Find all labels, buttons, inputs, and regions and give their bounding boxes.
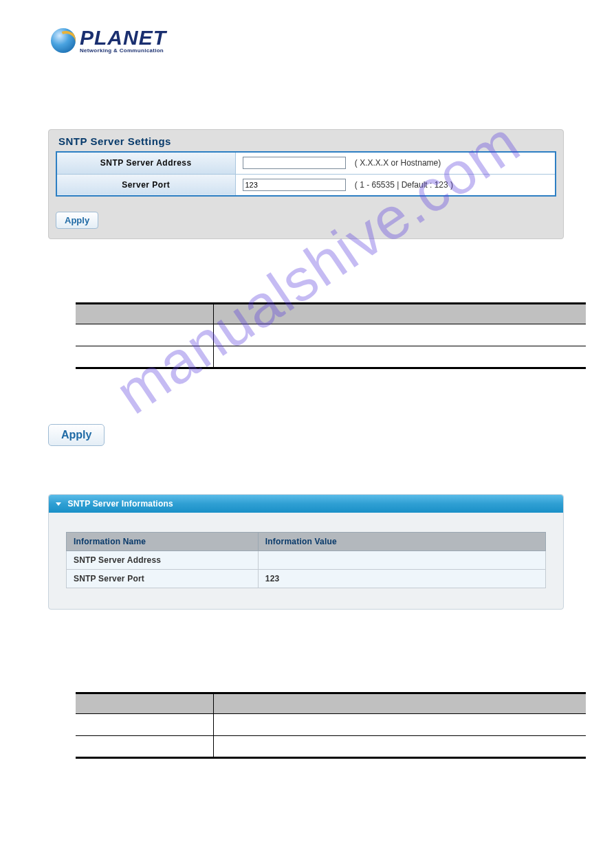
info-cell-port-name: SNTP Server Port (67, 570, 259, 588)
row-sntp-address: SNTP Server Address ( X.X.X.X or Hostnam… (56, 152, 556, 174)
doc-table-2-r1c1 (76, 714, 213, 736)
info-panel-title: SNTP Server Informations (68, 499, 173, 509)
doc-table-1 (76, 302, 586, 369)
row-server-port: Server Port ( 1 - 65535 | Default : 123 … (56, 174, 556, 196)
settings-table: SNTP Server Address ( X.X.X.X or Hostnam… (56, 151, 556, 197)
sntp-address-input[interactable] (243, 157, 346, 169)
label-server-port: Server Port (56, 174, 235, 196)
doc-table-2-r2c1 (76, 736, 213, 758)
doc-table-1-r1c1 (76, 324, 213, 346)
info-cell-port-value: 123 (258, 570, 545, 588)
doc-table-1-r1c2 (213, 324, 586, 346)
info-row-port: SNTP Server Port 123 (67, 570, 546, 588)
sntp-info-panel: SNTP Server Informations Information Nam… (48, 494, 564, 610)
value-cell-server-port: ( 1 - 65535 | Default : 123 ) (235, 174, 556, 196)
doc-table-1-r2c2 (213, 346, 586, 368)
settings-title: SNTP Server Settings (49, 130, 563, 151)
logo-brand: PLANET (80, 27, 166, 48)
server-port-input[interactable] (243, 179, 346, 191)
apply-button-2[interactable]: Apply (48, 424, 105, 446)
info-cell-address-name: SNTP Server Address (67, 551, 259, 570)
doc-table-2 (76, 692, 586, 759)
doc-table-1-r2c1 (76, 346, 213, 368)
info-th-name: Information Name (67, 533, 259, 551)
globe-icon (51, 28, 76, 53)
doc-table-2-h1 (76, 693, 213, 714)
label-sntp-address: SNTP Server Address (56, 152, 235, 174)
doc-table-1-h2 (213, 304, 586, 324)
brand-logo: PLANET Networking & Communication (51, 27, 614, 54)
hint-sntp-address: ( X.X.X.X or Hostname) (355, 158, 441, 168)
apply-button[interactable]: Apply (56, 212, 98, 229)
logo-tagline: Networking & Communication (80, 48, 166, 54)
doc-table-2-h2 (213, 693, 586, 714)
sntp-settings-panel: SNTP Server Settings SNTP Server Address… (48, 129, 564, 239)
value-cell-sntp-address: ( X.X.X.X or Hostname) (235, 152, 556, 174)
info-table: Information Name Information Value SNTP … (66, 532, 546, 588)
doc-table-2-r1c2 (213, 714, 586, 736)
info-th-value: Information Value (258, 533, 545, 551)
chevron-down-icon (56, 502, 61, 506)
info-panel-header[interactable]: SNTP Server Informations (49, 495, 563, 513)
logo-text: PLANET Networking & Communication (80, 27, 166, 54)
info-row-address: SNTP Server Address (67, 551, 546, 570)
info-cell-address-value (258, 551, 545, 570)
hint-server-port: ( 1 - 65535 | Default : 123 ) (355, 180, 453, 190)
doc-table-2-r2c2 (213, 736, 586, 758)
doc-table-1-h1 (76, 304, 213, 324)
